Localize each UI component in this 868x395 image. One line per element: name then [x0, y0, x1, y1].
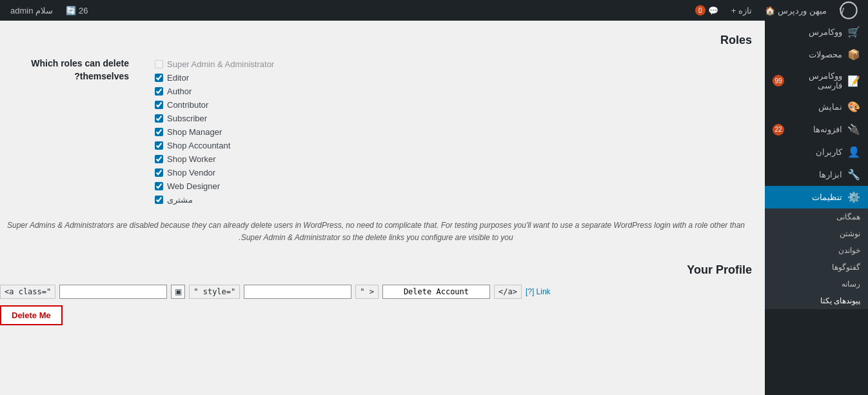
role-label-contributor: Contributor: [167, 100, 208, 110]
your-profile-title: Your Profile: [0, 263, 752, 277]
delete-me-button[interactable]: Delete Me: [0, 305, 63, 325]
woocommerce-farsi-badge: 99: [773, 75, 784, 86]
role-label-shop-accountant: Shop Accountant: [167, 141, 230, 150]
woocommerce-icon: 🛒: [847, 26, 860, 38]
sidebar-item-woocommerce[interactable]: 🛒 ووکامرس: [765, 21, 868, 43]
role-row-web-designer: Web Designer: [155, 179, 752, 193]
link-icon-button[interactable]: ▣: [171, 285, 185, 299]
plugins-badge: 22: [773, 124, 784, 136]
submenu-media[interactable]: رسانه: [765, 276, 868, 292]
sidebar-label-plugins: افزونه‌ها: [813, 125, 842, 134]
role-checkbox-contributor[interactable]: [155, 101, 163, 109]
plus-icon: +: [731, 6, 736, 15]
link-class-input[interactable]: [59, 285, 167, 299]
role-row-super-admin: Super Admin & Administrator: [155, 57, 752, 71]
sidebar-item-settings[interactable]: ⚙️ تنظیمات: [765, 186, 868, 208]
new-label: تازه: [738, 6, 752, 15]
which-roles-label-container: Which roles can delete themselves?: [0, 57, 129, 83]
submenu-writing[interactable]: نوشتن: [765, 225, 868, 242]
svg-text:W: W: [840, 6, 845, 16]
sidebar-label-appearance: نمایش: [818, 102, 842, 112]
main-content: Roles Super Admin & Administrator Editor…: [0, 21, 765, 395]
admin-bar: W میهن وردپرس 🏠 تازه + 💬 0 26 🔄 سلام adm…: [0, 0, 868, 21]
role-checkbox-shop-manager[interactable]: [155, 128, 163, 136]
which-roles-text: Which roles can delete themselves?: [31, 58, 129, 81]
link-row: <a class=" ▣ " style=" " > </a> [?] Link: [0, 285, 752, 299]
role-row-shop-worker: Shop Worker: [155, 152, 752, 166]
submenu-permalinks[interactable]: پیوندهای یکتا: [765, 292, 868, 309]
updates-count: 26: [79, 6, 88, 15]
role-label-editor: Editor: [167, 73, 189, 83]
admin-sidebar: 🛒 ووکامرس 📦 محصولات 📝 ووکامرس فارسی 99 🎨…: [765, 21, 868, 395]
comment-icon: 💬: [708, 6, 718, 15]
role-row-shop-vendor: Shop Vendor: [155, 166, 752, 179]
user-greeting[interactable]: سلام admin: [5, 6, 58, 15]
role-label-author: Author: [167, 86, 192, 96]
role-label-shop-manager: Shop Manager: [167, 127, 222, 137]
settings-submenu: همگانی نوشتن خواندن گفتوگوها رسانه پیوند…: [765, 208, 868, 309]
sidebar-label-users: کاربران: [816, 147, 842, 157]
adminbar-new-button[interactable]: تازه +: [726, 6, 758, 15]
your-profile-section: Your Profile <a class=" ▣ " style=" " > …: [0, 263, 752, 325]
role-label-shop-vendor: Shop Vendor: [167, 168, 215, 177]
role-checkbox-super-admin[interactable]: [155, 60, 163, 68]
role-checkbox-shop-accountant[interactable]: [155, 141, 163, 150]
sidebar-item-woocommerce-farsi[interactable]: 📝 ووکامرس فارسی 99: [765, 66, 868, 96]
which-roles-label: Which roles can delete themselves?: [0, 57, 129, 83]
comments-count: 0: [695, 5, 705, 15]
wp-logo-button[interactable]: W: [834, 1, 863, 19]
woocommerce-farsi-icon: 📝: [847, 75, 860, 87]
adminbar-right: W میهن وردپرس 🏠 تازه + 💬 0: [690, 1, 863, 19]
adminbar-left: 26 🔄 سلام admin: [5, 6, 94, 15]
users-icon: 👤: [847, 146, 860, 158]
note-text: Super Admins & Administrators are disabl…: [0, 219, 752, 244]
role-row-shop-manager: Shop Manager: [155, 125, 752, 139]
role-checkbox-shop-vendor[interactable]: [155, 168, 163, 177]
role-row-editor: Editor: [155, 71, 752, 85]
delete-account-input[interactable]: [382, 285, 490, 299]
role-label-subscriber: Subscriber: [167, 114, 207, 123]
update-icon: 🔄: [66, 6, 76, 15]
link-help-button[interactable]: [?] Link: [526, 287, 551, 296]
delete-me-row: Delete Me: [0, 305, 752, 325]
sidebar-item-tools[interactable]: 🔧 ابزارها: [765, 163, 868, 186]
role-row-moshtari: مشتری: [155, 193, 752, 207]
role-checkbox-web-designer[interactable]: [155, 182, 163, 190]
sidebar-label-settings: تنظیمات: [812, 192, 842, 202]
link-part-1: <a class=": [0, 285, 55, 299]
sidebar-item-users[interactable]: 👤 کاربران: [765, 141, 868, 163]
link-part-3: " >: [355, 285, 379, 299]
products-icon: 📦: [847, 48, 860, 61]
submenu-reading[interactable]: خواندن: [765, 242, 868, 259]
role-label-shop-worker: Shop Worker: [167, 154, 216, 164]
link-style-input[interactable]: [244, 285, 351, 299]
role-row-shop-accountant: Shop Accountant: [155, 139, 752, 152]
sidebar-label-woocommerce-farsi: ووکامرس فارسی: [789, 71, 842, 90]
comments-button[interactable]: 💬 0: [690, 5, 724, 15]
role-label-moshtari: مشتری: [167, 195, 193, 205]
sidebar-item-products[interactable]: 📦 محصولات: [765, 43, 868, 66]
roles-list: Super Admin & Administrator Editor Autho…: [155, 57, 752, 207]
role-row-author: Author: [155, 85, 752, 98]
role-label-super-admin: Super Admin & Administrator: [167, 59, 274, 69]
role-checkbox-moshtari[interactable]: [155, 196, 163, 204]
sidebar-item-plugins[interactable]: 🔌 افزونه‌ها 22: [765, 118, 868, 141]
submenu-general[interactable]: همگانی: [765, 208, 868, 225]
role-row-contributor: Contributor: [155, 98, 752, 112]
role-checkbox-editor[interactable]: [155, 74, 163, 82]
roles-section-title: Roles: [0, 34, 752, 47]
link-part-4: </a>: [494, 285, 522, 299]
updates-button[interactable]: 26 🔄: [61, 6, 93, 15]
sidebar-item-appearance[interactable]: 🎨 نمایش: [765, 96, 868, 118]
sidebar-label-tools: ابزارها: [819, 170, 842, 179]
role-checkbox-shop-worker[interactable]: [155, 155, 163, 163]
role-checkbox-subscriber[interactable]: [155, 114, 163, 123]
site-name-label: میهن وردپرس: [778, 6, 827, 15]
home-icon: 🏠: [765, 6, 775, 15]
role-row-subscriber: Subscriber: [155, 112, 752, 125]
roles-container: Super Admin & Administrator Editor Autho…: [0, 57, 752, 207]
sidebar-label-products: محصولات: [809, 50, 842, 59]
role-checkbox-author[interactable]: [155, 87, 163, 96]
site-name-button[interactable]: میهن وردپرس 🏠: [760, 6, 832, 15]
submenu-discussion[interactable]: گفتوگوها: [765, 259, 868, 276]
